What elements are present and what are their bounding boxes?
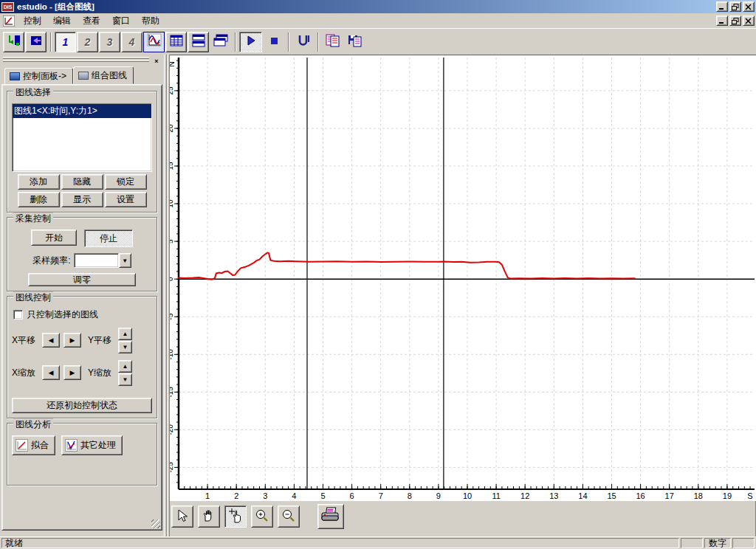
save-data-button[interactable] xyxy=(344,32,365,52)
sidebar-close-icon[interactable]: × xyxy=(152,57,161,65)
svg-text:S: S xyxy=(747,491,752,500)
page-2-button[interactable]: 2 xyxy=(77,32,98,52)
curve-list-item[interactable]: 图线1<X:时间,Y:力1> xyxy=(13,104,151,118)
stop-acquisition-button[interactable] xyxy=(263,32,284,52)
title-bar: DIS estudio - [组合图线] xyxy=(0,0,756,13)
only-selected-checkbox[interactable] xyxy=(13,310,23,320)
other-processing-button[interactable]: 其它处理 xyxy=(61,435,123,455)
point-tool-button[interactable] xyxy=(224,505,247,528)
main-toolbar: 1 2 3 4 xyxy=(0,28,756,55)
toolbar-separator xyxy=(317,32,319,52)
y-pan-down-button[interactable]: ▼ xyxy=(118,341,132,353)
add-curve-button[interactable]: 添加 xyxy=(18,174,60,190)
sidebar-gripper[interactable]: × xyxy=(3,57,161,65)
menu-view[interactable]: 查看 xyxy=(77,13,106,29)
svg-text:15: 15 xyxy=(607,491,616,500)
only-selected-label: 只控制选择的图线 xyxy=(27,308,98,321)
page-3-button[interactable]: 3 xyxy=(99,32,120,52)
zero-adjust-button[interactable] xyxy=(292,32,314,52)
curve-list[interactable]: 图线1<X:时间,Y:力1> xyxy=(12,103,152,172)
restore-button[interactable] xyxy=(729,1,741,12)
cascade-windows-icon xyxy=(213,33,229,50)
control-sidebar: × 控制面板-> 组合图线 图线选择 图线1<X:时间,Y:力1> xyxy=(0,55,164,536)
save-data-icon xyxy=(347,33,363,50)
start-button[interactable]: 开始 xyxy=(31,229,77,246)
svg-text:18: 18 xyxy=(694,491,703,500)
exit-button[interactable] xyxy=(3,32,24,52)
copy-data-button[interactable] xyxy=(322,32,343,52)
svg-text:8: 8 xyxy=(408,491,412,500)
x-zoom-out-button[interactable]: ◀ xyxy=(42,365,60,380)
y-pan-up-button[interactable]: ▲ xyxy=(118,328,132,340)
status-mode: 数字 xyxy=(704,538,731,548)
svg-text:16: 16 xyxy=(636,491,645,500)
y-zoom-out-button[interactable]: ▼ xyxy=(118,373,132,386)
sidebar-splitter[interactable] xyxy=(164,55,170,536)
curve-select-group: 图线选择 图线1<X:时间,Y:力1> 添加 隐藏 锁定 删除 显示 设置 xyxy=(7,91,157,213)
fit-label: 拟合 xyxy=(31,439,49,452)
sidebar-panel: 图线选择 图线1<X:时间,Y:力1> 添加 隐藏 锁定 删除 显示 设置 xyxy=(1,84,162,531)
menu-control[interactable]: 控制 xyxy=(18,13,47,29)
stop-button[interactable]: 停止 xyxy=(84,229,133,247)
tab-combined-graph[interactable]: 组合图线 xyxy=(73,66,134,84)
minimize-button[interactable] xyxy=(716,1,728,12)
cascade-windows-button[interactable] xyxy=(210,32,231,52)
reset-view-button[interactable]: 还原初始控制状态 xyxy=(12,398,152,413)
svg-text:15: 15 xyxy=(170,162,174,170)
zero-button[interactable]: 调零 xyxy=(28,273,136,286)
sample-rate-value[interactable] xyxy=(74,253,119,268)
select-tool-button[interactable] xyxy=(171,505,193,528)
menu-help[interactable]: 帮助 xyxy=(136,13,165,29)
lock-curve-button[interactable]: 锁定 xyxy=(105,174,147,190)
svg-text:-25: -25 xyxy=(170,462,174,473)
split-horizontal-icon xyxy=(191,33,206,50)
tab-control-panel[interactable]: 控制面板-> xyxy=(4,68,73,84)
child-window-icon[interactable] xyxy=(3,15,15,27)
settings-curve-button[interactable]: 设置 xyxy=(105,192,147,207)
svg-text:0: 0 xyxy=(170,277,174,281)
svg-text:13: 13 xyxy=(549,491,558,500)
toolbar-separator xyxy=(50,32,52,52)
page-4-button[interactable]: 4 xyxy=(121,32,142,52)
chart-plot[interactable]: 12345678910111213141516171819-25-20-15-1… xyxy=(170,55,756,501)
panel-resize-grip[interactable] xyxy=(151,519,160,528)
app-icon[interactable]: DIS xyxy=(1,2,14,12)
child-minimize-button[interactable] xyxy=(716,15,728,26)
print-button[interactable] xyxy=(317,504,344,529)
zoom-out-tool-button[interactable] xyxy=(278,505,300,528)
group-title: 图线分析 xyxy=(13,418,53,431)
table-view-button[interactable] xyxy=(165,32,187,52)
zoom-in-tool-button[interactable] xyxy=(251,505,273,528)
close-button[interactable] xyxy=(743,1,755,12)
svg-text:11: 11 xyxy=(492,491,500,500)
x-zoom-label: X缩放 xyxy=(12,367,38,379)
page-4-label: 4 xyxy=(129,36,135,48)
start-acquisition-button[interactable] xyxy=(239,32,262,52)
child-close-button[interactable] xyxy=(743,15,755,26)
x-pan-right-button[interactable]: ▶ xyxy=(63,333,81,348)
graph-view-button[interactable] xyxy=(143,32,165,52)
toolbar-separator xyxy=(235,32,236,52)
svg-text:9: 9 xyxy=(436,491,441,500)
show-curve-button[interactable]: 显示 xyxy=(61,192,103,207)
split-horizontal-button[interactable] xyxy=(188,32,209,52)
x-zoom-in-button[interactable]: ▶ xyxy=(63,365,81,380)
chevron-down-icon[interactable]: ▼ xyxy=(119,253,131,268)
fit-chart-icon xyxy=(16,439,28,452)
menu-window[interactable]: 窗口 xyxy=(106,13,136,29)
delete-curve-button[interactable]: 删除 xyxy=(18,192,60,207)
menu-edit[interactable]: 编辑 xyxy=(47,13,77,29)
child-restore-button[interactable] xyxy=(729,15,741,26)
back-button[interactable] xyxy=(25,32,47,52)
sample-rate-combobox[interactable]: ▼ xyxy=(74,253,131,268)
group-title: 图线选择 xyxy=(13,86,53,99)
group-title: 图线控制 xyxy=(13,291,53,304)
hide-curve-button[interactable]: 隐藏 xyxy=(61,174,103,190)
y-zoom-in-button[interactable]: ▲ xyxy=(118,360,132,373)
x-pan-left-button[interactable]: ◀ xyxy=(42,333,60,348)
svg-text:-20: -20 xyxy=(170,424,174,435)
pan-tool-button[interactable] xyxy=(198,505,220,528)
other-chart-icon xyxy=(65,439,78,452)
fit-button[interactable]: 拟合 xyxy=(12,435,55,455)
page-1-button[interactable]: 1 xyxy=(55,32,76,52)
